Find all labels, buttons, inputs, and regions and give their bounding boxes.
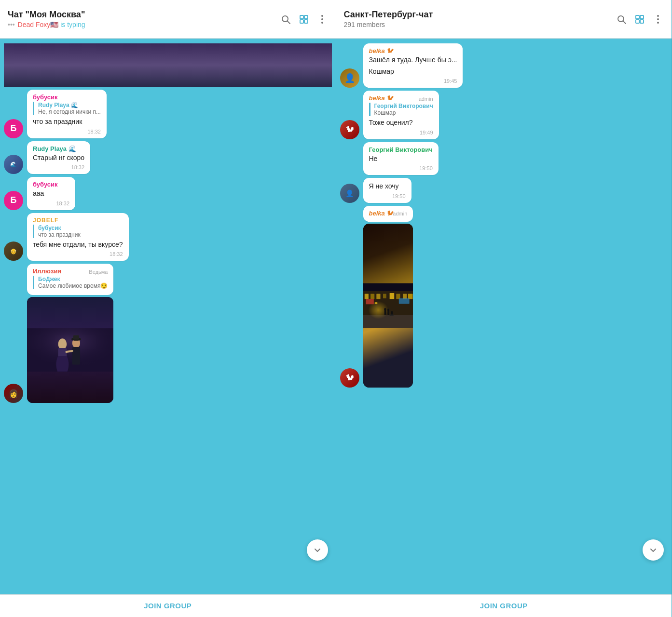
message-bubble: Георгий Викторович Не 19:50	[363, 142, 439, 175]
message-time: 18:32	[71, 164, 85, 170]
left-panel: Чат "Моя Москва" ••• Dead Foxy🇺🇸 is typi…	[0, 0, 336, 617]
scroll-down-button[interactable]	[643, 539, 664, 561]
svg-line-19	[623, 21, 626, 24]
image-message	[363, 224, 413, 388]
more-icon[interactable]	[316, 13, 328, 25]
svg-point-48	[391, 311, 393, 313]
svg-rect-3	[304, 15, 308, 19]
message-footer: 19:45	[369, 78, 457, 84]
top-image-strip	[4, 43, 332, 87]
left-header: Чат "Моя Москва" ••• Dead Foxy🇺🇸 is typi…	[0, 0, 336, 39]
sender-name: belka 🐿	[369, 210, 393, 217]
svg-rect-2	[300, 15, 303, 19]
sender-name: Георгий Викторович	[369, 146, 433, 153]
message-text: Я не хочу	[369, 182, 406, 191]
typing-dots: •••	[8, 21, 15, 28]
message-footer: 18:32	[33, 251, 123, 257]
svg-rect-21	[640, 15, 644, 19]
reply-text: Самое любимое время😏	[38, 282, 108, 289]
svg-line-1	[288, 21, 290, 24]
sender-name: Rudy Playa 🌊	[33, 145, 84, 152]
svg-rect-20	[636, 15, 639, 19]
svg-point-26	[657, 22, 659, 24]
svg-rect-41	[375, 303, 376, 315]
message-footer: 18:32	[33, 129, 101, 134]
message-time: 19:50	[419, 165, 433, 171]
svg-rect-10	[27, 329, 113, 372]
role-badge: admin	[393, 211, 407, 216]
reply-text: Не, я сегодня иички п...	[38, 108, 101, 115]
table-row: 🐿 belka 🐿 admin	[340, 206, 668, 388]
left-join-button[interactable]: JOIN GROUP	[144, 602, 192, 610]
message-footer: 18:32	[33, 201, 69, 206]
right-chat-title: Санкт-Петербург-чат	[344, 10, 616, 20]
message-text: Не	[369, 154, 433, 164]
avatar: Б	[4, 119, 23, 138]
message-bubble: JOBELF бубусик что за праздник тебя мне …	[27, 213, 129, 261]
more-icon[interactable]	[652, 13, 664, 25]
table-row: 👤 belka 🐿 Зашёл я туда. Лучше бы э... Ко…	[340, 43, 668, 88]
table-row: 🐿 belka 🐿 admin Георгий Викторович Кошма…	[340, 91, 668, 139]
svg-rect-45	[387, 310, 389, 315]
search-icon[interactable]	[616, 13, 627, 25]
layout-icon[interactable]	[298, 13, 310, 25]
svg-rect-43	[384, 309, 385, 315]
sender-name: belka 🐿	[369, 47, 457, 54]
svg-point-25	[657, 18, 659, 20]
svg-line-17	[67, 351, 72, 352]
message-text: Тоже оценил?	[369, 118, 433, 128]
right-panel: Санкт-Петербург-чат 291 members	[336, 0, 672, 617]
reply-sender: Rudy Playa 🌊	[38, 102, 101, 108]
message-time: 18:32	[110, 251, 123, 257]
right-chat-subtitle: 291 members	[344, 21, 616, 28]
svg-point-46	[387, 309, 389, 311]
svg-rect-49	[389, 315, 393, 316]
typing-indicator: ••• Dead Foxy🇺🇸 is typing	[8, 21, 280, 28]
sender-name: Иллюзия	[33, 268, 61, 275]
message-bubble: бубусик ааа 18:32	[27, 177, 75, 210]
right-join-button[interactable]: JOIN GROUP	[480, 602, 528, 610]
sender-name: JOBELF	[33, 217, 123, 224]
message-bubble: Rudy Playa 🌊 Старый нг скоро 18:32	[27, 141, 90, 174]
svg-point-24	[657, 15, 659, 17]
image-message	[27, 297, 113, 403]
table-row: Б бубусик Rudy Playa 🌊 Не, я сегодня иич…	[4, 90, 332, 138]
message-text: что за праздник	[33, 117, 101, 127]
bubble-header: belka 🐿 admin	[369, 94, 433, 103]
right-join-footer: JOIN GROUP	[336, 594, 672, 617]
avatar: Б	[4, 191, 23, 210]
spb-image	[363, 224, 413, 388]
message-text: Старый нг скоро	[33, 153, 84, 163]
table-row: Георгий Викторович Не 19:50	[340, 142, 668, 175]
scroll-down-button[interactable]	[307, 539, 328, 561]
sender-name: бубусик	[33, 181, 69, 188]
avatar: 👤	[340, 68, 359, 88]
svg-point-11	[58, 339, 67, 350]
message-text: Зашёл я туда. Лучше бы э...	[369, 55, 457, 65]
avatar: 👴	[4, 241, 23, 261]
right-header-icons	[616, 13, 664, 25]
bubble-header: Иллюзия Ведьма	[33, 268, 108, 276]
table-row: 👩 Иллюзия Ведьма БоДжек Самое любимое вр…	[4, 264, 332, 403]
layout-icon[interactable]	[634, 13, 645, 25]
svg-point-8	[321, 22, 323, 24]
left-join-footer: JOIN GROUP	[0, 594, 336, 617]
left-header-info: Чат "Моя Москва" ••• Dead Foxy🇺🇸 is typi…	[8, 10, 280, 28]
message-text: тебя мне отдали, ты вкурсе?	[33, 240, 123, 250]
message-time: 18:32	[56, 201, 69, 206]
message-footer: 19:50	[369, 165, 433, 171]
message-footer: 19:49	[369, 130, 433, 135]
message-time: 19:45	[444, 78, 457, 84]
message-time: 18:32	[87, 129, 101, 134]
svg-point-44	[384, 308, 386, 310]
message-subtext: Кошмар	[369, 67, 457, 77]
message-footer: 19:50	[369, 193, 406, 199]
message-bubble: belka 🐿 admin Георгий Викторович Кошмар …	[363, 91, 439, 139]
table-row: Б бубусик ааа 18:32	[4, 177, 332, 210]
right-chat-area: 👤 belka 🐿 Зашёл я туда. Лучше бы э... Ко…	[336, 39, 672, 594]
search-icon[interactable]	[280, 13, 291, 25]
reply-sender: БоДжек	[38, 276, 108, 282]
message-bubble: belka 🐿 admin	[363, 206, 413, 222]
reply-quote: БоДжек Самое любимое время😏	[33, 276, 108, 289]
avatar: 🌊	[4, 155, 23, 174]
